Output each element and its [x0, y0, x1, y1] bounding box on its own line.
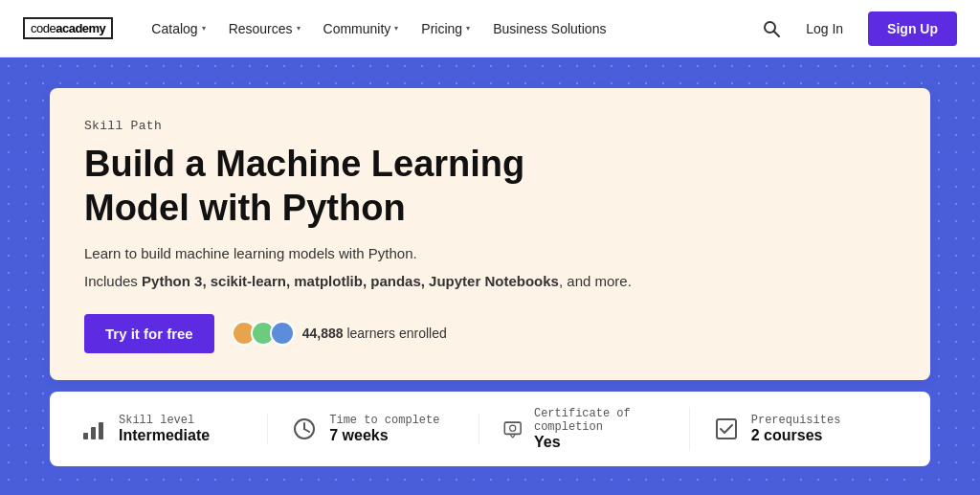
svg-rect-2 — [83, 433, 88, 439]
stat-skill-level: Skill level Intermediate — [80, 414, 268, 444]
hero-background: Skill Path Build a Machine Learning Mode… — [0, 57, 980, 495]
stat-value: 7 weeks — [329, 427, 439, 444]
nav-resources[interactable]: Resources ▾ — [217, 13, 312, 44]
logo-prefix: code — [31, 21, 56, 35]
nav-pricing[interactable]: Pricing ▾ — [410, 13, 481, 44]
chevron-down-icon: ▾ — [297, 24, 301, 33]
stat-value: Intermediate — [119, 427, 210, 444]
chevron-down-icon: ▾ — [466, 24, 470, 33]
nav-community[interactable]: Community ▾ — [312, 13, 411, 44]
course-includes: Includes Python 3, scikit-learn, matplot… — [84, 271, 896, 293]
chevron-down-icon: ▾ — [394, 24, 398, 33]
nav-catalog[interactable]: Catalog ▾ — [140, 13, 216, 44]
svg-line-11 — [512, 435, 514, 438]
nav-items: Catalog ▾ Resources ▾ Community ▾ Pricin… — [140, 13, 762, 44]
learners-count-text: 44,888 learners enrolled — [302, 326, 447, 341]
stat-value: Yes — [534, 434, 666, 451]
course-description: Learn to build machine learning models w… — [84, 245, 896, 261]
nav-right: Log In Sign Up — [762, 11, 957, 46]
stats-bar: Skill level Intermediate Time to complet… — [50, 392, 930, 466]
stat-time-text: Time to complete 7 weeks — [329, 414, 439, 444]
stat-value: 2 courses — [751, 427, 841, 444]
checklist-icon — [713, 416, 740, 442]
logo-suffix: academy — [56, 21, 105, 35]
try-free-button[interactable]: Try it for free — [84, 314, 214, 353]
stat-time: Time to complete 7 weeks — [268, 414, 479, 444]
avatar — [270, 321, 295, 346]
course-card: Skill Path Build a Machine Learning Mode… — [50, 88, 930, 380]
stat-label: Skill level — [119, 414, 210, 427]
svg-line-1 — [774, 31, 780, 36]
stat-prerequisites: Prerequisites 2 courses — [690, 414, 900, 444]
chevron-down-icon: ▾ — [202, 24, 206, 33]
stat-label: Prerequisites — [751, 414, 841, 427]
learners-row: 44,888 learners enrolled — [232, 321, 447, 346]
login-button[interactable]: Log In — [796, 15, 853, 42]
cta-row: Try it for free 44,888 learners enrolled — [84, 314, 896, 353]
signup-button[interactable]: Sign Up — [868, 11, 957, 46]
svg-rect-4 — [99, 422, 103, 439]
svg-rect-3 — [91, 427, 96, 439]
stat-label: Time to complete — [329, 414, 439, 427]
stat-label: Certificate of completion — [534, 407, 666, 434]
clock-icon — [291, 416, 318, 442]
stat-certificate: Certificate of completion Yes — [479, 407, 690, 451]
search-icon — [762, 19, 781, 38]
bar-chart-icon — [80, 416, 107, 442]
navbar: codeacademy Catalog ▾ Resources ▾ Commun… — [0, 0, 980, 57]
course-title: Build a Machine Learning Model with Pyth… — [84, 143, 896, 230]
stat-certificate-text: Certificate of completion Yes — [534, 407, 666, 451]
logo[interactable]: codeacademy — [23, 17, 113, 39]
svg-point-9 — [509, 425, 515, 431]
stat-prerequisites-text: Prerequisites 2 courses — [751, 414, 841, 444]
learner-avatars — [232, 321, 295, 346]
skill-path-label: Skill Path — [84, 119, 896, 133]
svg-line-7 — [304, 429, 309, 432]
svg-rect-8 — [504, 422, 521, 434]
stat-skill-level-text: Skill level Intermediate — [119, 414, 210, 444]
certificate-icon — [502, 416, 523, 442]
search-button[interactable] — [762, 19, 781, 38]
nav-business[interactable]: Business Solutions — [481, 13, 617, 44]
